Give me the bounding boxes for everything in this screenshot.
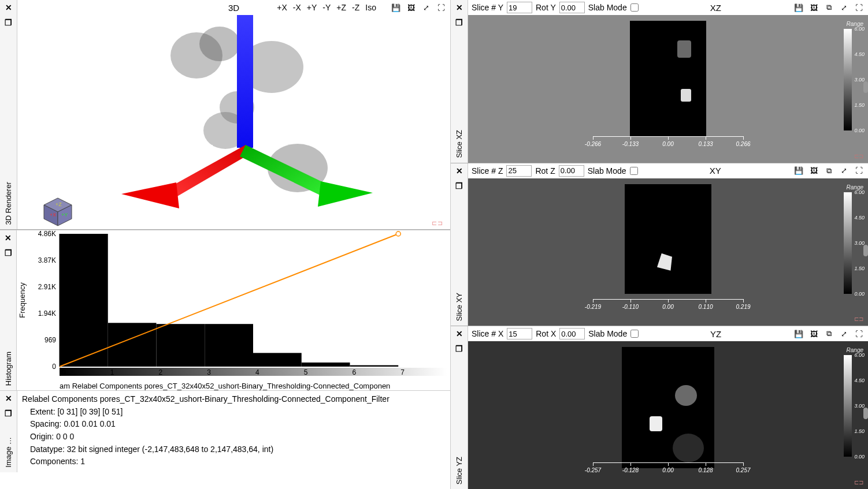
- svg-text:2: 2: [159, 368, 163, 376]
- dock-slice-yz-button[interactable]: ❐: [452, 342, 467, 355]
- blob: [673, 434, 704, 462]
- slab-xz-checkbox[interactable]: [630, 3, 639, 12]
- expand-icon[interactable]: ⤢: [838, 328, 850, 339]
- fullscreen-icon[interactable]: ⛶: [435, 2, 447, 13]
- fullscreen-icon[interactable]: ⛶: [853, 165, 865, 177]
- fullscreen-icon[interactable]: ⛶: [853, 328, 865, 339]
- datatype-label: Datatype:: [30, 445, 65, 454]
- expand-icon[interactable]: ⤢: [420, 2, 432, 13]
- slice-xz-view[interactable]: -0.266-0.1330.000.1330.266 Range 6.004.5…: [468, 15, 868, 163]
- rot-z-input[interactable]: [559, 165, 584, 177]
- dock-slice-xy-button[interactable]: ❐: [452, 180, 467, 192]
- slice-xy-view[interactable]: -0.219-0.1100.000.1100.219 Range 6.004.5…: [468, 178, 868, 326]
- title-3d: 3D: [228, 3, 239, 13]
- dock-histogram-button[interactable]: ❐: [1, 247, 16, 259]
- svg-text:Frequency: Frequency: [18, 282, 27, 318]
- watermark-icon: ⊏⊐: [432, 219, 443, 227]
- range-colorbar: Range 6.004.503.001.500.00: [839, 184, 865, 300]
- save-icon[interactable]: 💾: [793, 165, 804, 177]
- svg-text:am Relabel Components pores_CT: am Relabel Components pores_CT_32x40x52_…: [60, 382, 390, 390]
- axis-btn-ny[interactable]: -Y: [321, 3, 332, 12]
- fullscreen-icon[interactable]: ⛶: [853, 2, 865, 13]
- svg-text:+X: +X: [50, 212, 56, 218]
- expand-icon[interactable]: ⤢: [838, 2, 850, 13]
- close-3d-button[interactable]: ✕: [1, 1, 16, 14]
- scroll-thumb[interactable]: [863, 245, 868, 256]
- panel-label-slice-yz: Slice YZ: [455, 457, 463, 484]
- save-icon[interactable]: 💾: [793, 2, 804, 13]
- expand-icon[interactable]: ⤢: [838, 165, 850, 177]
- slab-xy-checkbox[interactable]: [630, 167, 638, 175]
- svg-text:7: 7: [400, 368, 405, 376]
- save-icon[interactable]: 💾: [390, 2, 402, 13]
- slab-xz-label: Slab Mode: [588, 3, 627, 12]
- slice-y-label: Slice # Y: [472, 3, 503, 12]
- close-histogram-button[interactable]: ✕: [1, 232, 16, 244]
- range-colorbar: Range 6.004.503.001.500.00: [839, 21, 865, 136]
- slab-yz-checkbox[interactable]: [630, 330, 639, 338]
- save-icon[interactable]: 💾: [793, 328, 804, 339]
- image-icon[interactable]: 🖼: [405, 2, 417, 13]
- slice-xz-axis: -0.266-0.1330.000.1330.266: [593, 136, 743, 154]
- svg-rect-22: [253, 353, 302, 367]
- copy-icon[interactable]: ⧉: [823, 165, 834, 177]
- slice-y-input[interactable]: [507, 2, 532, 13]
- scroll-thumb[interactable]: [863, 408, 868, 419]
- svg-text:1.94K: 1.94K: [38, 309, 56, 318]
- blob: [650, 416, 662, 431]
- svg-text:4.86K: 4.86K: [38, 230, 56, 238]
- toolbar-slice-yz: Slice # X Rot X Slab Mode YZ 💾 🖼 ⧉ ⤢ ⛶: [468, 326, 868, 341]
- orientation-cube-icon[interactable]: +X +Y +Z: [40, 195, 75, 229]
- close-slice-yz-button[interactable]: ✕: [452, 327, 467, 340]
- copy-icon[interactable]: ⧉: [823, 2, 834, 13]
- origin-value: 0 0 0: [56, 432, 74, 441]
- slice-xy-axis: -0.219-0.1100.000.1100.219: [593, 299, 743, 316]
- close-slice-xy-button[interactable]: ✕: [452, 165, 467, 177]
- dock-imageinfo-button[interactable]: ❐: [1, 407, 16, 420]
- svg-marker-8: [121, 182, 179, 208]
- dock-3d-button[interactable]: ❐: [1, 16, 16, 29]
- viewport-3d[interactable]: +X +Y +Z ⊏⊐: [17, 15, 450, 229]
- components-value: 1: [80, 457, 85, 466]
- panel-label-3d: 3D Renderer: [4, 182, 13, 225]
- toolbar-3d: 3D +X -X +Y -Y +Z -Z Iso 💾 🖼 ⤢ ⛶: [17, 0, 450, 15]
- plane-yz-label: YZ: [710, 329, 721, 339]
- copy-icon[interactable]: ⧉: [823, 328, 834, 339]
- blob: [675, 385, 697, 406]
- slice-yz-view[interactable]: -0.257-0.1280.000.1280.257 Range 6.004.5…: [468, 341, 868, 489]
- svg-point-44: [396, 232, 400, 236]
- scroll-thumb[interactable]: [863, 81, 868, 93]
- svg-text:0: 0: [62, 368, 66, 376]
- rot-x-input[interactable]: [559, 328, 585, 339]
- info-heading: Relabel Components pores_CT_32x40x52_ush…: [22, 393, 446, 406]
- image-icon[interactable]: 🖼: [808, 165, 819, 177]
- dock-slice-xz-button[interactable]: ❐: [452, 16, 467, 29]
- close-imageinfo-button[interactable]: ✕: [1, 392, 16, 405]
- histogram-chart[interactable]: 0123456709691.94K2.91K3.87K4.86KFrequenc…: [17, 230, 450, 390]
- rot-z-label: Rot Z: [535, 166, 555, 176]
- sidebar-imageinfo: ✕ ❐ Image …: [0, 391, 17, 472]
- toolbar-slice-xz: Slice # Y Rot Y Slab Mode XZ 💾 🖼 ⧉ ⤢ ⛶: [468, 0, 868, 15]
- slice-z-input[interactable]: [506, 165, 532, 177]
- svg-rect-23: [302, 363, 350, 367]
- watermark-icon: ⊏⊐: [854, 316, 863, 322]
- image-icon[interactable]: 🖼: [808, 328, 819, 339]
- axis-btn-nz[interactable]: -Z: [351, 3, 361, 12]
- image-icon[interactable]: 🖼: [808, 2, 819, 13]
- panel-label-slice-xz: Slice XZ: [455, 130, 463, 158]
- axis-btn-nx[interactable]: -X: [292, 3, 302, 12]
- extent-value: [0 31] [0 39] [0 51]: [57, 407, 123, 416]
- svg-rect-6: [237, 15, 253, 148]
- axis-btn-pz[interactable]: +Z: [335, 3, 347, 12]
- svg-text:3: 3: [207, 368, 211, 376]
- datatype-value: 32 bit signed integer (-2,147,483,648 to…: [67, 445, 273, 454]
- plane-xz-label: XZ: [710, 3, 721, 13]
- slice-x-input[interactable]: [507, 328, 532, 339]
- axis-btn-py[interactable]: +Y: [306, 3, 318, 12]
- origin-label: Origin:: [30, 432, 54, 441]
- axis-btn-iso[interactable]: Iso: [364, 3, 377, 12]
- axis-btn-px[interactable]: +X: [276, 3, 288, 12]
- rot-y-label: Rot Y: [536, 3, 556, 12]
- rot-y-input[interactable]: [559, 2, 585, 13]
- close-slice-xz-button[interactable]: ✕: [452, 1, 467, 14]
